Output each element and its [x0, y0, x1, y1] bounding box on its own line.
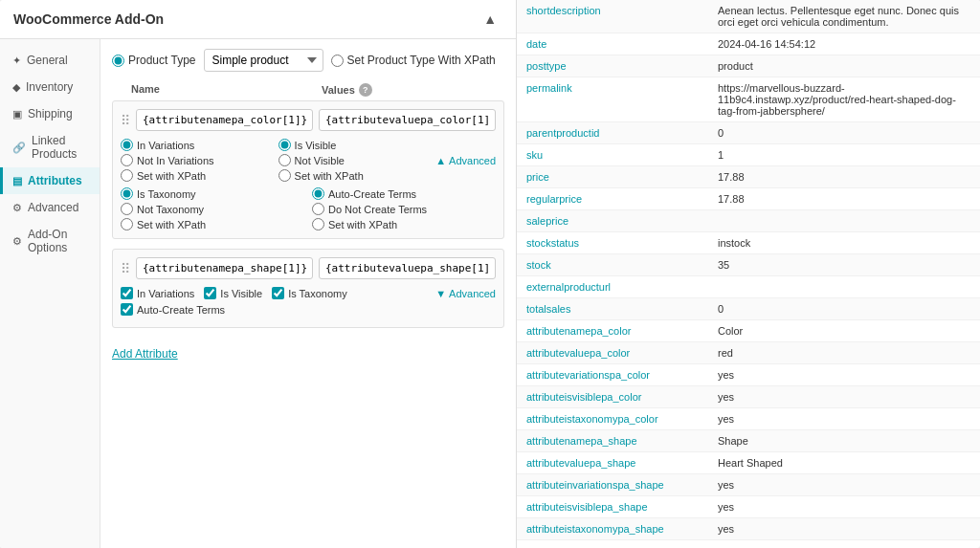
table-row: attributevaluepa_colorred	[517, 342, 980, 364]
left-panel: WooCommerce Add-On ▲ ✦ General ◆ Invento…	[0, 0, 517, 548]
sidebar-item-advanced[interactable]: ⚙ Advanced	[0, 194, 100, 221]
checkbox-row-2: In Variations Is Visible Is Taxonomy ▼	[121, 287, 496, 299]
auto-create-terms-checkbox[interactable]	[121, 303, 133, 316]
attribute-row-2: ⠿ In Variations Is Visible	[112, 249, 504, 328]
data-value: red	[708, 342, 980, 364]
is-visible-radio-label[interactable]: Is Visible	[278, 139, 431, 151]
data-key: attributeistaxonomypa_shape	[517, 518, 708, 540]
advanced-toggle-1[interactable]: ▲ Advanced	[435, 155, 496, 166]
is-taxonomy-radio[interactable]	[121, 187, 133, 200]
data-key: parentproductid	[517, 122, 708, 144]
sidebar-item-addon-options[interactable]: ⚙ Add-On Options	[0, 221, 100, 261]
table-row: stockstatusinstock	[517, 232, 980, 254]
sidebar-item-label: Linked Products	[32, 134, 90, 161]
data-key: attributeisvisiblepa_shape	[517, 496, 708, 518]
product-type-select[interactable]: Simple product Variable product Grouped …	[204, 49, 323, 72]
table-row: posttypeproduct	[517, 55, 980, 77]
in-variations-checkbox[interactable]	[121, 287, 133, 299]
add-attribute-button[interactable]: Add Attribute	[112, 343, 178, 364]
sidebar-item-label: Advanced	[28, 201, 78, 214]
data-value: Heart Shaped	[708, 452, 980, 474]
in-variations-checkbox-label[interactable]: In Variations	[121, 287, 194, 299]
xpath-radio[interactable]	[331, 55, 344, 67]
values-col-header: Values ?	[322, 83, 504, 97]
auto-create-terms-checkbox-label[interactable]: Auto-Create Terms	[121, 303, 225, 316]
auto-create-row-2: Auto-Create Terms	[121, 303, 496, 316]
data-value: Color	[708, 320, 980, 342]
not-taxonomy-radio[interactable]	[121, 203, 133, 215]
do-not-create-terms-radio-label[interactable]: Do Not Create Terms	[312, 203, 496, 215]
data-value: product	[708, 55, 980, 77]
chevron-up-icon: ▲	[435, 155, 446, 166]
drag-handle-1[interactable]: ⠿	[121, 113, 130, 128]
advanced-toggle-2[interactable]: ▼ Advanced	[435, 288, 496, 299]
linked-products-icon: 🔗	[12, 142, 26, 154]
table-row: price17.88	[517, 166, 980, 188]
set-xpath-2-radio[interactable]	[278, 169, 291, 182]
sidebar-item-shipping[interactable]: ▣ Shipping	[0, 100, 100, 127]
set-xpath-4-radio-label[interactable]: Set with XPath	[312, 218, 496, 230]
sidebar-item-inventory[interactable]: ◆ Inventory	[0, 74, 100, 100]
table-row: attributeistaxonomypa_coloryes	[517, 408, 980, 430]
collapse-button[interactable]: ▲	[478, 10, 502, 29]
product-type-radio-label[interactable]: Product Type	[112, 54, 196, 67]
attr-values-input-2[interactable]	[319, 257, 496, 279]
is-taxonomy-checkbox[interactable]	[272, 287, 284, 299]
auto-create-terms-radio[interactable]	[312, 187, 324, 200]
attr-values-input-1[interactable]	[319, 109, 496, 131]
data-key: attributevariationspa_color	[517, 364, 708, 386]
data-value: 0	[708, 298, 980, 320]
not-in-variations-radio[interactable]	[121, 154, 133, 166]
attr-inputs-row-2: ⠿	[121, 257, 496, 279]
is-taxonomy-radio-label[interactable]: Is Taxonomy	[121, 187, 304, 200]
attr-name-input-1[interactable]	[136, 109, 313, 131]
set-xpath-4-radio[interactable]	[312, 218, 324, 230]
data-table: shortdescriptionAenean lectus. Pellentes…	[517, 0, 980, 540]
right-panel: shortdescriptionAenean lectus. Pellentes…	[517, 0, 980, 548]
is-visible-radio[interactable]	[278, 139, 291, 151]
product-type-radio[interactable]	[112, 55, 124, 67]
set-xpath-3-radio[interactable]	[121, 218, 133, 230]
set-xpath-2-radio-label[interactable]: Set with XPath	[278, 169, 431, 182]
not-visible-radio[interactable]	[278, 154, 291, 166]
is-visible-checkbox-label[interactable]: Is Visible	[204, 287, 262, 299]
data-key: permalink	[517, 77, 708, 122]
attr-name-input-2[interactable]	[136, 257, 313, 279]
set-xpath-1-radio[interactable]	[121, 169, 133, 182]
shipping-icon: ▣	[12, 108, 22, 121]
sidebar-item-general[interactable]: ✦ General	[0, 47, 100, 74]
set-xpath-1-radio-label[interactable]: Set with XPath	[121, 169, 273, 182]
in-variations-radio[interactable]	[121, 139, 133, 151]
values-help-icon[interactable]: ?	[359, 83, 372, 97]
drag-handle-2[interactable]: ⠿	[121, 261, 130, 276]
table-row: attributeinvariationspa_shapeyes	[517, 474, 980, 496]
sidebar-item-linked-products[interactable]: 🔗 Linked Products	[0, 127, 100, 167]
data-key: attributevaluepa_shape	[517, 452, 708, 474]
data-key: externalproducturl	[517, 276, 708, 298]
terms-radio-group-1: Auto-Create Terms Do Not Create Terms Se…	[312, 187, 496, 230]
auto-create-terms-radio-label[interactable]: Auto-Create Terms	[312, 187, 496, 200]
is-visible-checkbox[interactable]	[204, 287, 216, 299]
table-row: attributeistaxonomypa_shapeyes	[517, 518, 980, 540]
set-xpath-3-radio-label[interactable]: Set with XPath	[121, 218, 304, 230]
sidebar-item-attributes[interactable]: ▤ Attributes	[0, 167, 100, 194]
data-value	[708, 210, 980, 232]
data-value: Aenean lectus. Pellentesque eget nunc. D…	[708, 0, 980, 33]
xpath-radio-label[interactable]: Set Product Type With XPath	[331, 54, 496, 67]
data-value: yes	[708, 364, 980, 386]
do-not-create-terms-radio[interactable]	[312, 203, 324, 215]
not-in-variations-radio-label[interactable]: Not In Variations	[121, 154, 273, 166]
not-visible-radio-label[interactable]: Not Visible	[278, 154, 431, 166]
table-row: attributeisvisiblepa_coloryes	[517, 386, 980, 408]
sidebar-item-label: Attributes	[28, 174, 82, 187]
not-taxonomy-radio-label[interactable]: Not Taxonomy	[121, 203, 304, 215]
in-variations-radio-label[interactable]: In Variations	[121, 139, 273, 151]
is-taxonomy-checkbox-label[interactable]: Is Taxonomy	[272, 287, 347, 299]
addon-options-icon: ⚙	[12, 235, 22, 248]
table-row: stock35	[517, 254, 980, 276]
main-container: WooCommerce Add-On ▲ ✦ General ◆ Invento…	[0, 0, 980, 548]
attr-options-row-1: In Variations Not In Variations Set with…	[121, 139, 496, 182]
data-value: Shape	[708, 430, 980, 452]
data-value: 2024-04-16 14:54:12	[708, 33, 980, 55]
advanced-section-1: Is Taxonomy Not Taxonomy Set with XPath	[121, 187, 496, 230]
